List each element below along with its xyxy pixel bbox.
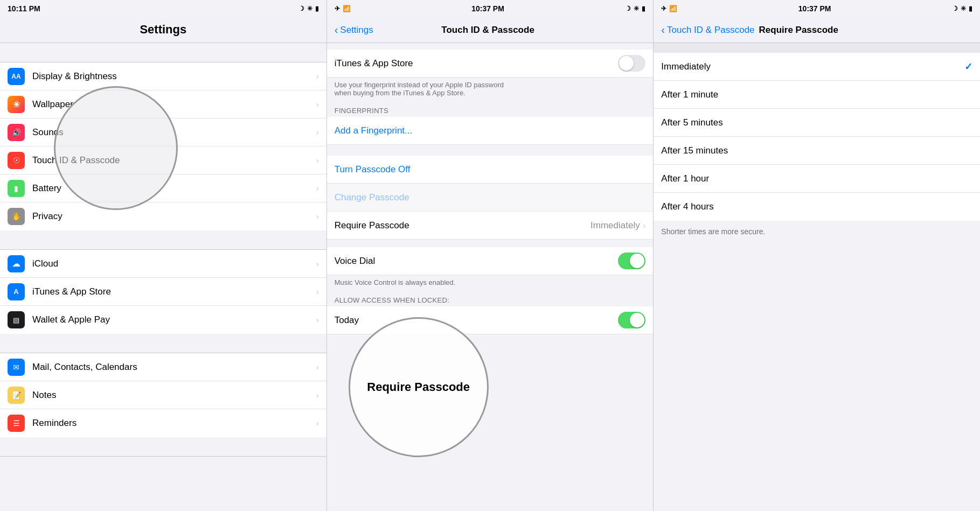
moon-icon-3: ☽ — [952, 5, 958, 12]
wallet-label: Wallet & Apple Pay — [32, 314, 316, 325]
chevron-itunes: › — [316, 288, 319, 296]
add-fingerprint-label: Add a Fingerprint... — [335, 125, 413, 136]
settings-item-privacy[interactable]: ✋ Privacy › — [0, 202, 326, 230]
wifi-icon-2: 📶 — [343, 5, 351, 12]
wallet-icon: ▤ — [8, 311, 25, 328]
settings-item-itunes[interactable]: A iTunes & App Store › — [0, 278, 326, 306]
group-2: ☁ iCloud › A iTunes & App Store › ▤ Wall… — [0, 250, 326, 334]
voice-control-item[interactable]: Voice Dial — [327, 247, 654, 275]
status-bar-2: ✈ 📶 10:37 PM ☽ ✳ ▮ — [327, 0, 654, 17]
add-fingerprint-item[interactable]: Add a Fingerprint... — [327, 117, 654, 145]
nav-bar-2: ‹ Settings Touch ID & Passcode — [327, 17, 654, 43]
option-after1hr[interactable]: After 1 hour — [654, 165, 980, 193]
settings-scroll[interactable]: AA Display & Brightness › ❀ Wallpaper › … — [0, 43, 326, 511]
itunes-toggle-switch[interactable] — [618, 55, 645, 72]
settings-item-icloud[interactable]: ☁ iCloud › — [0, 250, 326, 278]
option-after15min-label: After 15 minutes — [661, 145, 972, 156]
today-label: Today — [335, 315, 618, 326]
nav-bar-3: ‹ Touch ID & Passcode Require Passcode — [654, 17, 980, 43]
bluetooth-icon: ✳ — [307, 5, 312, 12]
chevron-wallpaper: › — [316, 100, 319, 109]
touchid-scroll[interactable]: iTunes & App Store Use your fingerprint … — [327, 43, 654, 511]
privacy-icon: ✋ — [8, 208, 25, 225]
time-1: 10:11 PM — [8, 4, 40, 13]
divider-2 — [0, 230, 326, 250]
option-after4hr[interactable]: After 4 hours — [654, 193, 980, 221]
today-switch[interactable] — [618, 312, 645, 328]
notes-icon: 📝 — [8, 387, 25, 404]
settings-item-reminders[interactable]: ☰ Reminders › — [0, 409, 326, 437]
touchid-label: Touch ID & Passcode — [32, 155, 316, 166]
change-passcode-item[interactable]: Change Passcode — [327, 184, 654, 212]
status-icons-1: ☽ ✳ ▮ — [298, 5, 319, 12]
back-button-3[interactable]: ‹ Touch ID & Passcode — [661, 24, 754, 36]
itunes-footer: Use your fingerprint instead of your App… — [327, 78, 654, 102]
require-passcode-label: Require Passcode — [335, 220, 590, 231]
settings-item-wallpaper[interactable]: ❀ Wallpaper › — [0, 90, 326, 118]
require-passcode-nav-title: Require Passcode — [759, 25, 838, 36]
option-immediately[interactable]: Immediately ✓ — [654, 53, 980, 81]
back-label-2: Settings — [340, 25, 373, 36]
voice-control-switch[interactable] — [618, 253, 645, 269]
settings-item-mail[interactable]: ✉ Mail, Contacts, Calendars › — [0, 353, 326, 381]
settings-item-display[interactable]: AA Display & Brightness › — [0, 62, 326, 90]
panel-settings: 10:11 PM ☽ ✳ ▮ Settings AA Display & Bri… — [0, 0, 327, 511]
option-after1hr-label: After 1 hour — [661, 173, 972, 184]
wifi-icon-3: 📶 — [669, 5, 677, 12]
back-button-2[interactable]: ‹ Settings — [335, 24, 373, 36]
time-2: 10:37 PM — [471, 4, 504, 13]
reminders-label: Reminders — [32, 418, 316, 429]
bottom-fill-3 — [654, 242, 980, 458]
chevron-privacy: › — [316, 212, 319, 221]
chevron-wallet: › — [316, 316, 319, 324]
chevron-require: › — [643, 221, 646, 230]
settings-item-battery[interactable]: ▮ Battery › — [0, 174, 326, 202]
itunes-toggle-label: iTunes & App Store — [335, 58, 618, 69]
back-label-3: Touch ID & Passcode — [667, 25, 755, 36]
turn-passcode-off-item[interactable]: Turn Passcode Off — [327, 156, 654, 184]
back-arrow-3: ‹ — [661, 24, 665, 36]
battery-label: Battery — [32, 183, 316, 194]
batt-icon-2: ▮ — [642, 5, 645, 12]
voice-control-knob — [630, 254, 644, 268]
chevron-sounds: › — [316, 128, 319, 137]
today-item[interactable]: Today — [327, 306, 654, 334]
display-label: Display & Brightness — [32, 71, 316, 82]
require-passcode-scroll[interactable]: Immediately ✓ After 1 minute After 5 min… — [654, 53, 980, 511]
change-passcode-label: Change Passcode — [335, 192, 409, 203]
panel-touchid: ✈ 📶 10:37 PM ☽ ✳ ▮ ‹ Settings Touch ID &… — [327, 0, 654, 511]
display-icon: AA — [8, 68, 25, 85]
settings-title: Settings — [132, 17, 194, 43]
wallpaper-icon: ❀ — [8, 96, 25, 113]
chevron-reminders: › — [316, 419, 319, 428]
status-right-3: ☽ ✳ ▮ — [952, 5, 972, 12]
option-after15min[interactable]: After 15 minutes — [654, 137, 980, 165]
airplane-icon: ✈ — [335, 5, 340, 12]
require-passcode-item[interactable]: Require Passcode Immediately › — [327, 212, 654, 240]
settings-item-touchid[interactable]: ☉ Touch ID & Passcode › — [0, 146, 326, 174]
chevron-touchid: › — [316, 156, 319, 165]
settings-item-notes[interactable]: 📝 Notes › — [0, 381, 326, 409]
voice-control-note: Music Voice Control is always enabled. — [327, 275, 654, 292]
voice-control-label: Voice Dial — [335, 256, 618, 267]
today-knob — [630, 313, 644, 327]
chevron-icloud: › — [316, 260, 319, 268]
option-after5min[interactable]: After 5 minutes — [654, 109, 980, 137]
divider-1 — [0, 43, 326, 62]
checkmark-immediately: ✓ — [964, 61, 972, 73]
itunes-settings-icon: A — [8, 283, 25, 300]
settings-item-wallet[interactable]: ▤ Wallet & Apple Pay › — [0, 306, 326, 334]
itunes-toggle-item[interactable]: iTunes & App Store — [327, 50, 654, 78]
bt-icon-3: ✳ — [961, 5, 966, 12]
option-after1min-label: After 1 minute — [661, 89, 972, 100]
option-after1min[interactable]: After 1 minute — [654, 81, 980, 109]
settings-item-sounds[interactable]: 🔊 Sounds › — [0, 118, 326, 146]
turn-passcode-off-label: Turn Passcode Off — [335, 164, 411, 175]
mail-label: Mail, Contacts, Calendars — [32, 362, 316, 373]
time-3: 10:37 PM — [798, 4, 831, 13]
status-bar-1: 10:11 PM ☽ ✳ ▮ — [0, 0, 326, 17]
airplane-icon-3: ✈ — [661, 5, 666, 12]
group-3: ✉ Mail, Contacts, Calendars › 📝 Notes › … — [0, 353, 326, 437]
icloud-icon: ☁ — [8, 255, 25, 272]
battery-settings-icon: ▮ — [8, 180, 25, 197]
